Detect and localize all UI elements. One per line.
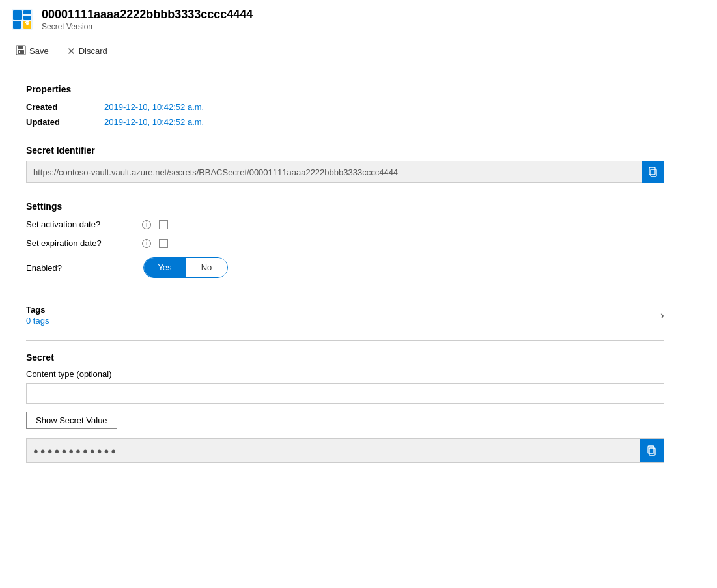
svg-rect-13: [651, 169, 656, 176]
expiration-row: Set expiration date? i: [26, 238, 664, 248]
save-icon: [16, 45, 26, 57]
settings-title: Settings: [26, 201, 664, 212]
activation-row: Set activation date? i: [26, 219, 664, 229]
settings-section: Settings Set activation date? i Set expi…: [26, 201, 664, 278]
toggle-no-option[interactable]: No: [186, 258, 227, 277]
activation-info-icon: i: [142, 220, 151, 229]
properties-section: Properties Created 2019-12-10, 10:42:52 …: [26, 84, 664, 127]
secret-dots: ●●●●●●●●●●●●: [27, 441, 640, 461]
save-button[interactable]: Save: [13, 44, 51, 59]
tags-row[interactable]: Tags 0 tags ›: [26, 302, 664, 328]
discard-button[interactable]: ✕ Discard: [64, 44, 110, 59]
content-type-input[interactable]: [26, 383, 664, 404]
svg-rect-2: [13, 10, 22, 20]
expiration-info-icon: i: [142, 239, 151, 248]
tags-title: Tags: [26, 305, 49, 315]
page-title: 00001111aaaa2222bbbb3333cccc4444: [42, 8, 253, 22]
expiration-checkbox[interactable]: [159, 239, 168, 248]
created-label: Created: [26, 102, 104, 112]
page-header: 00001111aaaa2222bbbb3333cccc4444 Secret …: [0, 0, 717, 38]
content-type-label: Content type (optional): [26, 369, 664, 379]
activation-label: Set activation date?: [26, 219, 137, 229]
tags-divider: [26, 340, 664, 341]
secret-value-row: ●●●●●●●●●●●●: [26, 438, 664, 463]
svg-rect-5: [13, 21, 21, 29]
svg-rect-11: [18, 50, 24, 54]
copy-secret-icon: [647, 445, 657, 456]
tags-chevron-icon: ›: [660, 309, 664, 322]
secret-section-title: Secret: [26, 352, 664, 363]
toolbar: Save ✕ Discard: [0, 38, 717, 64]
expiration-label: Set expiration date?: [26, 238, 137, 248]
svg-rect-3: [23, 10, 31, 14]
discard-label: Discard: [79, 46, 107, 56]
copy-identifier-button[interactable]: [642, 161, 664, 183]
enabled-toggle[interactable]: Yes No: [143, 257, 228, 278]
page-subtitle: Secret Version: [42, 22, 253, 31]
activation-checkbox[interactable]: [159, 220, 168, 229]
svg-rect-12: [19, 51, 20, 53]
header-text: 00001111aaaa2222bbbb3333cccc4444 Secret …: [42, 8, 253, 31]
tags-left: Tags 0 tags: [26, 305, 49, 326]
svg-rect-16: [648, 446, 654, 453]
show-secret-label: Show Secret Value: [36, 415, 107, 425]
svg-rect-4: [23, 16, 31, 20]
main-content: Properties Created 2019-12-10, 10:42:52 …: [0, 64, 690, 483]
discard-icon: ✕: [67, 46, 76, 57]
svg-rect-8: [27, 23, 29, 25]
updated-value: 2019-12-10, 10:42:52 a.m.: [104, 117, 204, 127]
save-label: Save: [29, 46, 49, 56]
properties-title: Properties: [26, 84, 664, 94]
enabled-label: Enabled?: [26, 263, 137, 273]
tags-count: 0 tags: [26, 316, 49, 326]
created-value: 2019-12-10, 10:42:52 a.m.: [104, 102, 204, 112]
copy-secret-button[interactable]: [640, 439, 664, 462]
svg-rect-15: [649, 448, 655, 455]
enabled-row: Enabled? Yes No: [26, 257, 664, 278]
key-vault-icon: [10, 8, 34, 31]
show-secret-button[interactable]: Show Secret Value: [26, 412, 117, 429]
toggle-yes-option[interactable]: Yes: [144, 258, 186, 277]
svg-rect-14: [649, 167, 655, 175]
identifier-label: Secret Identifier: [26, 145, 664, 156]
updated-row: Updated 2019-12-10, 10:42:52 a.m.: [26, 117, 664, 127]
copy-icon: [648, 167, 658, 177]
settings-divider: [26, 290, 664, 290]
identifier-section: Secret Identifier: [26, 145, 664, 183]
identifier-input[interactable]: [26, 161, 642, 183]
created-row: Created 2019-12-10, 10:42:52 a.m.: [26, 102, 664, 112]
svg-rect-10: [18, 46, 23, 49]
updated-label: Updated: [26, 117, 104, 127]
secret-section: Secret Content type (optional) Show Secr…: [26, 352, 664, 463]
identifier-row: [26, 161, 664, 183]
